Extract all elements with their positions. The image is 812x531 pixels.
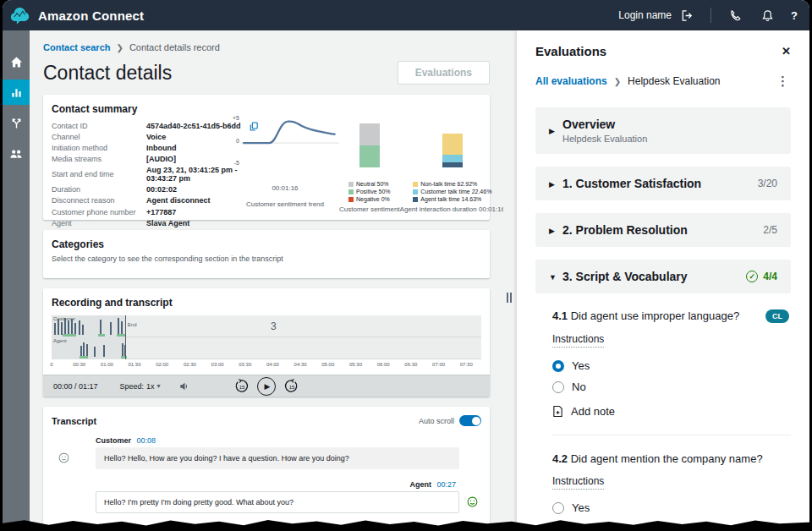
radio-option-yes[interactable]: Yes xyxy=(552,501,791,514)
expand-arrow-icon: ▶ xyxy=(549,179,562,189)
question-text: 4.1 Did agent use improper language? xyxy=(552,309,739,322)
legend-swatch xyxy=(413,189,418,194)
time-tick: 07:00 xyxy=(432,362,445,367)
message-bubble[interactable]: Hello? Hello, How are you doing? I have … xyxy=(96,447,459,469)
sidebar-item-users[interactable] xyxy=(3,140,30,166)
categories-card: Categories Select the category to see th… xyxy=(43,230,490,278)
autoscroll-toggle[interactable] xyxy=(459,415,481,426)
play-button[interactable]: ▶ xyxy=(257,377,276,396)
trend-caption: Customer sentiment trend xyxy=(246,200,324,208)
breadcrumb-current-evaluation: Helpdesk Evaluation xyxy=(628,75,720,87)
field-value: Agent disconnect xyxy=(146,197,211,205)
expand-arrow-icon: ▼ xyxy=(549,272,562,282)
logout-icon[interactable] xyxy=(678,7,695,24)
volume-icon[interactable] xyxy=(179,381,189,391)
speed-selector[interactable]: Speed: 1x ▾ xyxy=(120,382,161,391)
evaluation-section[interactable]: ▶ 1. Customer Satisfaction ✓ 3/20 xyxy=(535,167,791,200)
field-label: Duration xyxy=(52,186,146,194)
speed-label: Speed: xyxy=(120,382,145,391)
radio-icon[interactable] xyxy=(552,360,564,372)
phone-icon[interactable] xyxy=(727,7,743,24)
evaluations-button[interactable]: Evaluations xyxy=(398,61,490,85)
waveform-timeline[interactable]: 000:3001:0001:3002:0002:3003:0003:3004:0… xyxy=(52,359,481,370)
radio-option-yes[interactable]: Yes xyxy=(552,359,791,372)
bar-segment xyxy=(442,162,463,167)
annotation-number: 3 xyxy=(271,320,277,332)
radio-icon[interactable] xyxy=(552,502,564,514)
section-score: 4/4 xyxy=(763,271,777,282)
evaluations-title: Evaluations xyxy=(535,44,606,58)
evaluation-section[interactable]: ▶ 2. Problem Resolution ✓ 2/5 xyxy=(535,213,791,247)
field-value: +177887 xyxy=(146,209,176,217)
question-number: 4.1 xyxy=(552,309,568,322)
contact-summary-charts: +5 0 -5 00:01:16 Customer sentiment tren… xyxy=(231,113,485,213)
contact-details-panel: Contact search ❯ Contact details record … xyxy=(30,30,503,531)
section-score: 2/5 xyxy=(763,224,777,236)
time-tick: 02:30 xyxy=(184,362,196,367)
duration-bar xyxy=(442,134,463,167)
legend-swatch xyxy=(413,182,418,187)
time-tick: 04:00 xyxy=(266,362,279,367)
sidebar-item-metrics[interactable] xyxy=(3,79,30,105)
message-bubble[interactable]: Hello? I'm pretty I'm doing pretty good.… xyxy=(96,491,459,513)
sidebar xyxy=(3,30,30,531)
end-marker[interactable]: End xyxy=(125,315,126,359)
section-title: 2. Problem Resolution xyxy=(562,223,763,237)
evaluation-question: 4.2 Did agent mention the company name? … xyxy=(552,435,791,531)
transcript-message: Agent 00:27 xyxy=(52,480,481,513)
radio-icon[interactable] xyxy=(552,381,564,393)
panel-resize-handle[interactable] xyxy=(507,293,512,303)
panel-divider xyxy=(503,30,517,531)
help-icon[interactable]: ? xyxy=(791,9,798,22)
rewind-15-button[interactable]: 15 xyxy=(234,379,249,393)
transcript-title: Transcript xyxy=(52,416,96,426)
sidebar-item-routing[interactable] xyxy=(3,110,30,135)
instructions-link[interactable]: Instructions xyxy=(552,475,604,490)
section-title: 3. Script & Vocabulary xyxy=(562,270,746,283)
contact-lens-badge: CL xyxy=(765,309,789,323)
waveform[interactable]: Customer Agent xyxy=(52,315,481,371)
breadcrumb-contact-search[interactable]: Contact search xyxy=(43,42,110,52)
trend-duration: 00:01:16 xyxy=(272,184,298,192)
message-timestamp[interactable]: 00:27 xyxy=(436,480,456,489)
bar-segment xyxy=(359,123,380,145)
legend-item: Agent talk time 14.63% xyxy=(413,196,491,202)
forward-15-button[interactable]: 15 xyxy=(284,379,299,393)
login-menu[interactable]: Login name xyxy=(618,7,695,24)
agent-sentiment-marks xyxy=(52,337,481,359)
evaluations-breadcrumb: All evaluations ❯ Helpdesk Evaluation ⋮ xyxy=(535,75,791,87)
amazon-connect-logo xyxy=(9,5,30,26)
sentiment-mark xyxy=(98,334,105,337)
legend-label: Agent talk time 14.63% xyxy=(420,196,481,202)
sentiment-mark xyxy=(63,334,76,337)
field-label: Media streams xyxy=(52,156,146,164)
recording-title: Recording and transcript xyxy=(52,297,481,309)
add-note-button[interactable]: Add note xyxy=(552,405,791,418)
field-label: Disconnect reason xyxy=(52,197,146,205)
time-tick: 06:00 xyxy=(377,362,390,367)
close-icon[interactable]: ✕ xyxy=(782,45,791,57)
agent-track: Agent xyxy=(52,337,481,359)
bar-chart-icon xyxy=(10,86,23,99)
all-evaluations-link[interactable]: All evaluations xyxy=(535,75,607,87)
evaluation-section[interactable]: ▼ 3. Script & Vocabulary ✓ 4/4 xyxy=(535,260,791,293)
transcript-messages: Customer 00:08 xyxy=(52,436,481,531)
time-tick: 07:30 xyxy=(460,362,473,367)
time-tick: 05:30 xyxy=(349,362,362,367)
customer-track-label: Customer xyxy=(53,316,75,321)
sentiment-face-icon xyxy=(58,452,69,467)
message-timestamp[interactable]: 00:08 xyxy=(137,436,156,445)
radio-option-no[interactable]: No xyxy=(552,380,791,393)
notifications-icon[interactable] xyxy=(759,7,776,24)
categories-title: Categories xyxy=(52,238,481,250)
kebab-menu-icon[interactable]: ⋮ xyxy=(776,74,789,89)
sidebar-item-home[interactable] xyxy=(3,49,30,74)
field-value: 00:02:02 xyxy=(146,186,177,194)
check-circle-icon: ✓ xyxy=(746,271,758,282)
topbar: Amazon Connect Login name xyxy=(3,0,809,30)
evaluation-section[interactable]: ▶ Overview Helpdesk Evaluation ✓ xyxy=(535,107,791,154)
field-label: Contact ID xyxy=(52,123,146,131)
message-speaker: Customer xyxy=(96,436,131,445)
instructions-link[interactable]: Instructions xyxy=(552,333,604,348)
ytick-top: +5 xyxy=(231,115,239,121)
